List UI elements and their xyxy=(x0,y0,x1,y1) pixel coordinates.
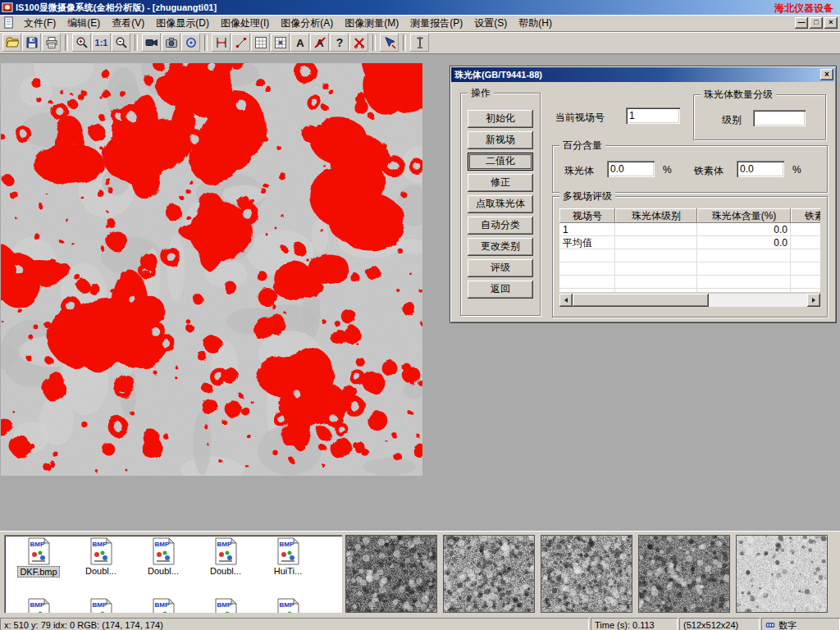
menu-item[interactable]: 文件(F) xyxy=(18,16,62,31)
multi-field-group: 多视场评级 视场号珠光体级别珠光体含量(%)铁素 10.0平均值0.0 xyxy=(552,196,828,317)
bmp-file-icon: BMP xyxy=(213,598,238,613)
open-folder-button[interactable] xyxy=(2,34,21,52)
capture-target-button[interactable] xyxy=(181,34,200,52)
bmp-file-icon: BMP xyxy=(151,537,176,565)
operation-button[interactable]: 新视场 xyxy=(468,131,533,149)
save-button[interactable] xyxy=(22,34,41,52)
title-bar[interactable]: IS100显微摄像系统(金相分析版) - [zhuguangti01] 海北仪器… xyxy=(0,0,840,15)
file-item-partial[interactable]: BMP xyxy=(132,596,194,613)
operation-button[interactable]: 初始化 xyxy=(468,110,533,128)
file-browser[interactable]: BMPDKF.bmpBMPDoubl...BMPDoubl...BMPDoubl… xyxy=(4,535,342,613)
svg-text:A: A xyxy=(296,37,304,49)
svg-text:BMP: BMP xyxy=(93,541,107,548)
zoom-out-button[interactable] xyxy=(112,34,130,52)
scroll-right-icon xyxy=(812,298,815,303)
thumbnail-3[interactable] xyxy=(541,535,632,613)
scroll-track[interactable] xyxy=(573,294,807,307)
scroll-thumb[interactable] xyxy=(573,294,709,307)
operation-button[interactable]: 点取珠光体 xyxy=(468,195,533,213)
mdi-window-buttons: —□× xyxy=(795,17,840,29)
video-camera-icon xyxy=(145,36,158,49)
thumbnail-strip xyxy=(345,535,828,613)
menu-item[interactable]: 图像处理(I) xyxy=(215,16,275,31)
pearlite-percent-input[interactable] xyxy=(607,161,655,177)
toolbar: 1:1AA? xyxy=(0,32,840,54)
specimen-svg xyxy=(1,63,422,476)
stand-ruler-button[interactable] xyxy=(410,34,429,52)
operation-button[interactable]: 更改类别 xyxy=(468,238,533,256)
operation-button[interactable]: 二值化 xyxy=(468,153,533,171)
pearlite-percent-label: 珠光体 xyxy=(564,164,594,178)
file-item[interactable]: BMPHuiTi... xyxy=(257,535,319,578)
scroll-right-button[interactable] xyxy=(807,294,820,307)
dialog-title-bar[interactable]: 珠光体(GB/T9441-88) × xyxy=(451,67,835,82)
menu-item[interactable]: 测量报告(P) xyxy=(404,16,468,31)
measure-points-icon xyxy=(235,36,248,49)
table-row[interactable]: 10.0 xyxy=(559,223,820,236)
specimen-image[interactable] xyxy=(1,63,422,476)
operation-button[interactable]: 评级 xyxy=(468,259,533,277)
column-header[interactable]: 铁素 xyxy=(791,208,820,223)
minimize-button[interactable]: — xyxy=(795,17,808,29)
grid-fill-icon xyxy=(274,36,287,49)
text-a-off-button[interactable]: A xyxy=(310,34,329,52)
camera-button[interactable] xyxy=(162,34,180,52)
thumbnail-4[interactable] xyxy=(638,535,730,613)
zoom-in-button[interactable] xyxy=(72,34,91,52)
document-icon[interactable] xyxy=(2,16,16,30)
bmp-file-icon: BMP xyxy=(89,537,113,565)
file-list-row2: BMPBMPBMPBMPBMP xyxy=(4,596,342,613)
operation-buttons: 初始化新视场二值化修正点取珠光体自动分类更改类别评级返回 xyxy=(461,110,540,299)
thumbnail-5[interactable] xyxy=(736,535,828,613)
app-icon xyxy=(2,2,13,13)
ferrite-percent-input[interactable] xyxy=(737,161,784,177)
file-item[interactable]: BMPDoubl... xyxy=(194,535,257,578)
menu-item[interactable]: 编辑(E) xyxy=(62,16,106,31)
table-row[interactable]: 平均值0.0 xyxy=(559,236,820,249)
menu-item[interactable]: 查看(V) xyxy=(106,16,150,31)
help-button[interactable]: ? xyxy=(330,34,349,52)
measure-calipers-button[interactable] xyxy=(212,34,231,52)
file-item-partial[interactable]: BMP xyxy=(7,596,70,613)
operation-button[interactable]: 自动分类 xyxy=(468,217,533,235)
menu-item[interactable]: 设置(S) xyxy=(468,16,513,31)
column-header[interactable]: 珠光体含量(%) xyxy=(697,208,791,223)
dialog-close-button[interactable]: × xyxy=(820,69,833,80)
pointer-cross-button[interactable] xyxy=(380,34,399,52)
mode-panel: 数字 xyxy=(761,618,840,630)
measure-grid-button[interactable] xyxy=(251,34,270,52)
text-a-button[interactable]: A xyxy=(290,34,309,52)
svg-text:BMP: BMP xyxy=(155,601,170,609)
current-field-input[interactable] xyxy=(626,107,680,124)
file-item[interactable]: BMPDKF.bmp xyxy=(7,535,70,578)
column-header[interactable]: 珠光体级别 xyxy=(615,208,697,223)
current-field-label: 当前视场号 xyxy=(555,111,605,125)
cut-red-icon xyxy=(353,36,366,49)
horizontal-scrollbar[interactable] xyxy=(559,294,820,307)
menu-item[interactable]: 图像显示(D) xyxy=(150,16,215,31)
file-item-partial[interactable]: BMP xyxy=(257,596,319,613)
file-item-partial[interactable]: BMP xyxy=(194,596,257,613)
file-item-partial[interactable]: BMP xyxy=(70,596,132,613)
close-button[interactable]: × xyxy=(824,17,838,29)
cut-red-button[interactable] xyxy=(349,34,368,52)
toolbar-separator xyxy=(403,34,406,51)
measure-points-button[interactable] xyxy=(231,34,250,52)
menu-item[interactable]: 帮助(H) xyxy=(513,16,558,31)
thumbnail-2[interactable] xyxy=(443,535,535,613)
menu-item[interactable]: 图像测量(M) xyxy=(339,16,404,31)
column-header[interactable]: 视场号 xyxy=(559,208,615,223)
actual-size-button[interactable]: 1:1 xyxy=(92,34,111,52)
operation-button[interactable]: 修正 xyxy=(468,174,533,192)
grid-fill-button[interactable] xyxy=(271,34,290,52)
print-button[interactable] xyxy=(42,34,61,52)
grade-level-input[interactable] xyxy=(753,110,806,126)
scroll-left-button[interactable] xyxy=(559,294,573,307)
restore-button[interactable]: □ xyxy=(810,17,823,29)
thumbnail-1[interactable] xyxy=(345,535,437,613)
operation-button[interactable]: 返回 xyxy=(468,281,533,299)
video-camera-button[interactable] xyxy=(142,34,161,52)
file-item[interactable]: BMPDoubl... xyxy=(132,535,194,578)
menu-item[interactable]: 图像分析(A) xyxy=(275,16,339,31)
file-item[interactable]: BMPDoubl... xyxy=(70,535,132,578)
